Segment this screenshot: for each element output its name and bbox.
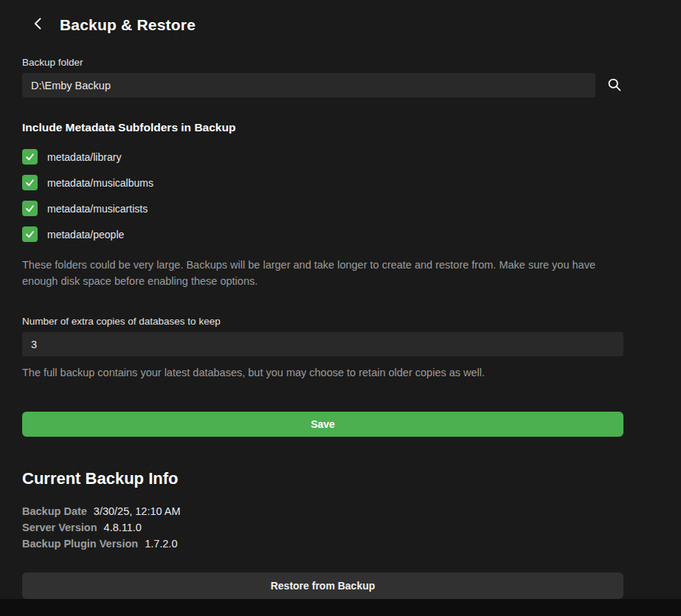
checkbox-row-metadata-musicartists[interactable]: metadata/musicartists xyxy=(22,201,623,216)
info-row-backup-date: Backup Date3/30/25, 12:10 AM xyxy=(22,503,623,519)
checkbox-row-metadata-library[interactable]: metadata/library xyxy=(22,149,623,165)
info-value: 1.7.2.0 xyxy=(145,538,177,550)
info-row-plugin-version: Backup Plugin Version1.7.2.0 xyxy=(22,536,623,552)
info-label: Server Version xyxy=(22,522,97,533)
info-label: Backup Plugin Version xyxy=(22,538,138,550)
metadata-section-heading: Include Metadata Subfolders in Backup xyxy=(22,121,623,134)
checkbox-checked-icon[interactable] xyxy=(22,201,38,216)
metadata-helper-text: These folders could be very large. Backu… xyxy=(22,257,623,289)
checkbox-row-metadata-people[interactable]: metadata/people xyxy=(22,226,623,242)
save-button[interactable]: Save xyxy=(22,412,623,437)
info-value: 4.8.11.0 xyxy=(104,522,142,533)
backup-folder-input[interactable] xyxy=(22,73,595,97)
info-value: 3/30/25, 12:10 AM xyxy=(94,505,181,517)
extra-copies-input[interactable] xyxy=(22,332,623,356)
extra-copies-label: Number of extra copies of databases to k… xyxy=(22,316,623,327)
info-row-server-version: Server Version4.8.11.0 xyxy=(22,519,623,536)
checkbox-checked-icon[interactable] xyxy=(22,226,38,242)
current-backup-info-heading: Current Backup Info xyxy=(22,469,623,488)
checkbox-label: metadata/musicalbums xyxy=(47,177,153,189)
content-area: Backup & Restore Backup folder Include M… xyxy=(0,0,681,616)
extra-copies-helper-text: The full backup contains your latest dat… xyxy=(22,364,623,381)
checkbox-label: metadata/library xyxy=(47,151,121,163)
back-button[interactable] xyxy=(30,15,47,35)
backup-folder-group: Backup folder xyxy=(22,57,623,97)
checkbox-checked-icon[interactable] xyxy=(22,175,38,190)
checkbox-label: metadata/people xyxy=(47,229,124,240)
bottom-strip xyxy=(0,599,681,616)
backup-folder-row xyxy=(22,73,623,97)
backup-info-rows: Backup Date3/30/25, 12:10 AM Server Vers… xyxy=(22,503,623,552)
checkbox-label: metadata/musicartists xyxy=(47,203,148,215)
search-icon xyxy=(606,77,622,94)
backup-restore-page: Backup & Restore Backup folder Include M… xyxy=(0,0,681,616)
checkbox-row-metadata-musicalbums[interactable]: metadata/musicalbums xyxy=(22,175,623,190)
chevron-left-icon xyxy=(31,16,46,33)
restore-from-backup-button[interactable]: Restore from Backup xyxy=(22,572,623,599)
backup-folder-label: Backup folder xyxy=(22,57,623,68)
checkbox-checked-icon[interactable] xyxy=(22,149,38,165)
extra-copies-group: Number of extra copies of databases to k… xyxy=(22,316,623,381)
browse-folder-button[interactable] xyxy=(605,75,623,96)
header: Backup & Restore xyxy=(22,15,623,35)
page-title: Backup & Restore xyxy=(60,16,196,34)
info-label: Backup Date xyxy=(22,505,87,517)
